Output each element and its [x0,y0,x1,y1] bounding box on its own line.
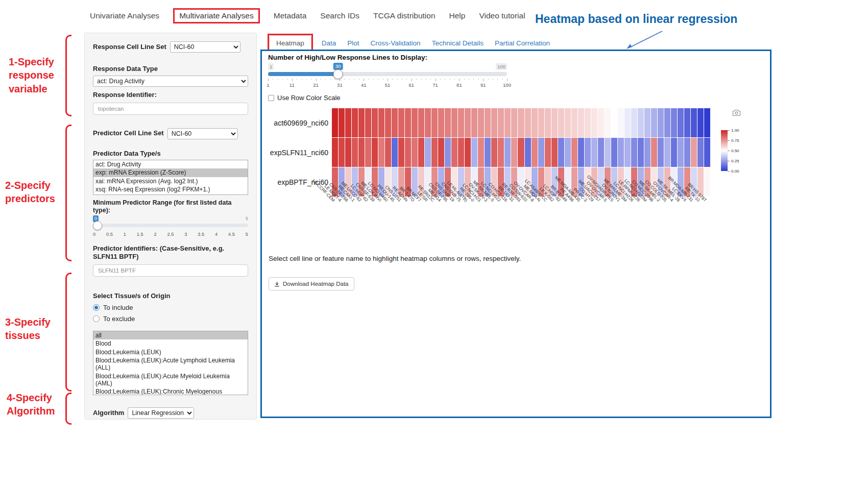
heatmap-cell [352,108,358,137]
heatmap-cell [425,108,431,137]
camera-download-plot-icon[interactable] [732,109,741,118]
lines-slider-minor-tick [445,79,445,80]
tab-heatmap[interactable]: Heatmap [269,35,311,51]
min-predictor-range-handle[interactable] [93,221,102,230]
tissue-option-blood-leukemia-leuk-chronic-myelogenous-leukemia-cml[interactable]: Blood:Leukemia (LEUK):Chronic Myelogenou… [93,387,248,395]
heatmap-cell [704,138,710,167]
tissue-exclude-radio-label: To exclude [103,315,135,323]
use-row-color-scale-checkbox[interactable] [268,95,274,101]
tissue-include-radio[interactable] [93,304,100,311]
heatmap-cell [658,108,664,137]
nav-item-tcga-distribution[interactable]: TCGA distribution [373,11,435,20]
lines-slider-minor-tick [311,79,311,80]
predictor-cell-line-set-select[interactable]: NCI-60 [167,128,238,139]
lines-slider-tick-label-21: 21 [313,82,319,88]
annotation-step-2: 2-Specify predictors [5,179,55,206]
min-predictor-range-max-label: 5 [246,216,248,221]
lines-slider-major-tick [292,79,293,81]
nav-item-video-tutorial[interactable]: Video tutorial [479,11,525,20]
lines-slider-handle[interactable] [333,69,343,79]
heatmap-row-label-act609699-nci60[interactable]: act609699_nci60 [265,119,328,127]
tissue-option-all[interactable]: all [93,331,248,339]
lines-slider-minor-tick [297,79,297,80]
heatmap-cell [578,108,584,137]
lines-slider-tick-label-31: 31 [337,82,343,88]
tissue-origin-label: Select Tissue/s of Origin [93,292,248,300]
algorithm-select[interactable]: Linear Regression [128,407,194,419]
heatmap-cell [378,108,384,137]
heatmap-cell [478,108,484,137]
tissue-option-blood-leukemia-leuk-acute-myeloid-leukemia-aml[interactable]: Blood:Leukemia (LEUK):Acute Myeloid Leuk… [93,372,248,388]
heatmap-cell [504,108,511,137]
heatmap-cell [585,108,591,137]
lines-slider-tick-label-100: 100 [503,82,511,88]
nav-item-univariate-analyses[interactable]: Univariate Analyses [90,11,159,20]
lines-slider-tick-label-41: 41 [361,82,367,88]
lines-slider-minor-tick [335,79,335,80]
tab-technical-details[interactable]: Technical Details [426,35,489,51]
tab-plot[interactable]: Plot [342,35,365,51]
heatmap-legend-tick [728,171,730,172]
annotation-step-4: 4-Specify Algorithm [7,391,55,418]
response-cell-line-set-label: Response Cell Line Set [93,43,166,51]
tab-partial-correlation[interactable]: Partial Correlation [489,35,556,51]
lines-slider-minor-tick [478,79,479,80]
heatmap-cell [365,108,371,137]
lines-slider-major-tick [436,79,436,81]
download-heatmap-data-button[interactable]: Download Heatmap Data [269,277,354,290]
heatmap-cell [691,108,697,137]
min-predictor-range-tick-1: 1 [124,231,126,237]
tab-data[interactable]: Data [316,35,342,51]
min-predictor-range-tick-0: 0 [93,231,95,237]
min-predictor-range-track[interactable] [93,224,248,227]
heatmap-legend-label-0-75: 0.75 [731,138,739,143]
annotation-bracket-3 [65,273,71,392]
response-identifier-input[interactable] [93,103,248,115]
top-nav: Univariate AnalysesMultivariate Analyses… [90,8,525,23]
nav-item-help[interactable]: Help [449,11,466,20]
heatmap-cell [624,108,631,137]
nav-item-search-ids[interactable]: Search IDs [320,11,359,20]
heatmap-cell [498,108,504,137]
tissue-exclude-radio[interactable] [93,315,100,322]
heatmap-cell [631,108,637,137]
heatmap-cell [518,108,524,137]
min-predictor-range-tick-2-5: 2.5 [167,231,174,237]
response-data-type-select[interactable]: act: Drug Activity [93,76,248,87]
tissue-option-blood-leukemia-leuk[interactable]: Blood:Leukemia (LEUK) [93,348,248,356]
lines-slider-minor-tick [416,79,417,80]
predictor-data-type-xai-mrna-expression-avg-log2-int[interactable]: xai: mRNA Expression (Avg. log2 Int.) [93,177,248,185]
predictor-data-type-xsq-rna-seq-expression-log2-fpkm-1[interactable]: xsq: RNA-seq Expression (log2 FPKM+1.) [93,185,248,193]
response-cell-line-set-select[interactable]: NCI-60 [170,41,240,53]
nav-item-metadata[interactable]: Metadata [274,11,307,20]
annotation-bracket-2 [65,125,71,261]
tab-cross-validation[interactable]: Cross-Validation [365,35,426,51]
heatmap-cell [611,108,617,137]
predictor-identifiers-input[interactable] [93,264,248,277]
annotation-arrow [615,29,671,52]
nav-item-multivariate-analyses[interactable]: Multivariate Analyses [173,8,260,23]
lines-slider-minor-tick [302,79,302,80]
lines-slider-minor-tick [345,79,345,80]
heatmap-cell [704,167,710,197]
heatmap-cell [565,108,571,137]
lines-slider-minor-tick [278,79,278,80]
predictor-data-type-act-drug-activity[interactable]: act: Drug Activity [93,160,248,168]
response-data-type-label: Response Data Type [93,65,248,73]
heatmap-cell [697,138,704,167]
lines-slider-minor-tick [488,79,489,80]
lines-slider-tick-label-61: 61 [409,82,415,88]
predictor-data-type-exp-mrna-expression-z-score[interactable]: exp: mRNA Expression (Z-Score) [93,168,248,177]
tissue-option-blood-leukemia-leuk-acute-lymphoid-leukemia-all[interactable]: Blood:Leukemia (LEUK):Acute Lymphoid Leu… [93,356,248,372]
heatmap-cell [418,108,424,137]
annotation-bracket-1 [65,35,71,116]
lines-slider-major-tick [364,79,364,81]
heatmap-cell [558,108,564,137]
lines-slider-major-tick [507,79,508,81]
heatmap-cell [438,108,444,137]
heatmap-cell [618,108,624,137]
heatmap-cell [697,108,704,137]
tissue-option-blood[interactable]: Blood [93,339,248,348]
heatmap-cell [465,108,471,137]
lines-slider-minor-tick [402,79,402,80]
